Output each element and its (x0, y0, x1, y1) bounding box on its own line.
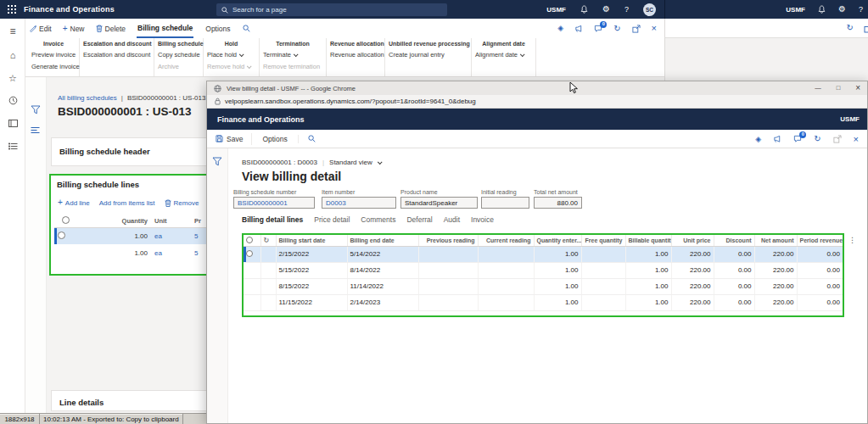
search-input[interactable] (232, 6, 419, 14)
table-row[interactable]: 8/15/2022 11/14/2022 1.00 1.00 220.00 0.… (244, 278, 843, 294)
gear-icon[interactable]: ⚙ (602, 5, 610, 14)
table-row[interactable]: 11/15/2022 2/14/2023 1.00 1.00 220.00 0.… (244, 294, 843, 310)
close-icon[interactable]: × (854, 135, 859, 144)
save-button[interactable]: Save (207, 133, 252, 145)
messages-icon[interactable]: 0 (594, 25, 602, 33)
place-hold-button[interactable]: Place hold (207, 49, 255, 61)
open-in-new-window-icon[interactable] (864, 24, 868, 33)
select-all-radio[interactable] (54, 215, 76, 227)
company-picker[interactable]: USMF (840, 115, 860, 123)
row-radio[interactable] (244, 246, 260, 262)
item-number-input[interactable]: D0003 (322, 197, 396, 209)
workspaces-icon[interactable] (7, 117, 19, 129)
generate-invoice-button[interactable]: Generate invoice (31, 61, 76, 73)
popup-window: View billing detail - USMF -- - Google C… (206, 81, 868, 424)
toolbar-search-icon[interactable] (299, 135, 325, 142)
open-in-new-window-icon[interactable] (632, 25, 641, 33)
total-net-amount-input[interactable]: 880.00 (534, 197, 582, 209)
tab-deferral[interactable]: Deferral (406, 215, 432, 224)
new-button[interactable]: + New (63, 25, 85, 33)
messages-icon[interactable]: 0 (793, 135, 802, 143)
background-window-toolbar: ↻ (664, 19, 868, 38)
recent-clock-icon[interactable] (7, 94, 19, 106)
favorites-star-icon[interactable]: ☆ (7, 72, 19, 84)
edit-button[interactable]: Edit (29, 25, 52, 33)
gear-icon[interactable]: ⚙ (838, 5, 846, 14)
help-icon[interactable]: ? (859, 6, 863, 14)
table-row[interactable]: 2/15/2022 5/14/2022 1.00 1.00 220.00 0.0… (244, 246, 843, 262)
gem-icon[interactable]: ◈ (755, 136, 761, 143)
billing-schedule-number-input[interactable]: BSID000000001 (233, 197, 315, 209)
filter-funnel-icon[interactable] (31, 105, 41, 114)
chevron-down-icon (294, 52, 299, 57)
company-picker[interactable]: USMF (546, 6, 566, 14)
home-icon[interactable]: ⌂ (7, 49, 19, 61)
pencil-icon (29, 25, 36, 32)
avatar[interactable]: SC (643, 3, 656, 16)
panel-list-icon[interactable] (31, 126, 40, 134)
sync-column-icon[interactable]: ↻ (260, 235, 276, 246)
revenue-allocation-button[interactable]: Revenue allocation (330, 49, 381, 61)
bell-icon[interactable] (818, 5, 826, 14)
ribbon-group-termination: Termination Terminate Remove termination (260, 38, 327, 76)
table-row[interactable]: 5/15/2022 8/14/2022 1.00 1.00 220.00 0.0… (244, 262, 843, 278)
maximize-icon[interactable]: □ (837, 84, 841, 92)
tab-billing-schedule[interactable]: Billing schedule (137, 19, 193, 38)
select-all-radio[interactable] (244, 235, 260, 246)
options-button[interactable]: Options (252, 135, 298, 143)
main-topbar: Finance and Operations USMF ⚙ ? SC (0, 0, 664, 19)
filter-funnel-icon[interactable] (212, 157, 222, 166)
close-icon[interactable]: × (855, 84, 860, 92)
plus-icon: + (58, 198, 63, 207)
tab-billing-detail-lines[interactable]: Billing detail lines (242, 215, 303, 224)
filter-pane-strip (25, 77, 47, 413)
app-launcher-waffle-icon[interactable] (0, 5, 24, 14)
plus-icon: + (63, 25, 68, 33)
gem-icon[interactable]: ◈ (557, 25, 563, 32)
row-radio[interactable] (54, 227, 76, 244)
megaphone-icon[interactable] (773, 135, 781, 143)
minimize-icon[interactable]: — (815, 84, 821, 92)
tab-audit[interactable]: Audit (444, 215, 460, 224)
megaphone-icon[interactable] (574, 25, 583, 33)
create-journal-entry-button[interactable]: Create journal entry (389, 49, 468, 61)
delete-button[interactable]: Delete (96, 25, 126, 33)
nav-hamburger-icon[interactable]: ≡ (7, 25, 19, 37)
tab-comments[interactable]: Comments (361, 215, 395, 224)
tab-price-detail[interactable]: Price detail (314, 215, 350, 224)
popup-url-bar[interactable]: velpopslearn.sandbox.operations.dynamics… (207, 95, 867, 109)
save-floppy-icon (216, 135, 223, 142)
preview-invoice-button[interactable]: Preview invoice (31, 49, 76, 61)
company-picker[interactable]: USMF (786, 6, 805, 14)
refresh-icon[interactable]: ↻ (613, 25, 620, 33)
add-line-button[interactable]: + Add line (58, 198, 90, 207)
help-icon[interactable]: ? (624, 6, 629, 14)
product-name-input[interactable]: StandardSpeaker (400, 197, 478, 209)
refresh-icon[interactable]: ↻ (847, 24, 854, 32)
modules-list-icon[interactable] (7, 140, 19, 152)
alignment-date-button[interactable]: Alignment date (475, 49, 532, 61)
billing-detail-lines-grid: ↻ Billing start date Billing end date Pr… (244, 235, 843, 311)
initial-reading-input[interactable] (481, 197, 529, 209)
action-search-icon[interactable] (243, 25, 250, 32)
refresh-icon[interactable]: ↻ (814, 135, 820, 143)
close-icon[interactable]: × (652, 24, 657, 33)
popup-titlebar[interactable]: View billing detail - USMF -- - Google C… (207, 81, 867, 95)
escalation-and-discount-button[interactable]: Escalation and discount (83, 49, 150, 61)
tab-invoice[interactable]: Invoice (471, 215, 494, 224)
form-icon-cluster: ◈ 0 ↻ × (755, 130, 859, 148)
column-options-ellipsis-icon[interactable]: ⋮ (848, 236, 856, 244)
field-product-name: Product name StandardSpeaker (400, 189, 478, 209)
remove-button[interactable]: Remove (165, 199, 199, 207)
screen: USMF ⚙ ? ↻ Finance and Operations USMF ⚙… (0, 0, 868, 424)
add-from-items-list-button[interactable]: Add from items list (99, 199, 155, 207)
bell-icon[interactable] (580, 5, 588, 14)
terminate-button[interactable]: Terminate (263, 49, 322, 61)
breadcrumb-all-billing-schedules[interactable]: All billing schedules (58, 94, 117, 102)
tab-options[interactable]: Options (204, 19, 231, 38)
copy-schedule-button[interactable]: Copy schedule (158, 49, 199, 61)
popup-toolbar: Save Options ◈ 0 ↻ × (207, 130, 867, 148)
filter-pane-strip (207, 148, 228, 423)
page-search-box[interactable] (216, 3, 447, 16)
view-selector[interactable]: Standard view (329, 159, 372, 166)
